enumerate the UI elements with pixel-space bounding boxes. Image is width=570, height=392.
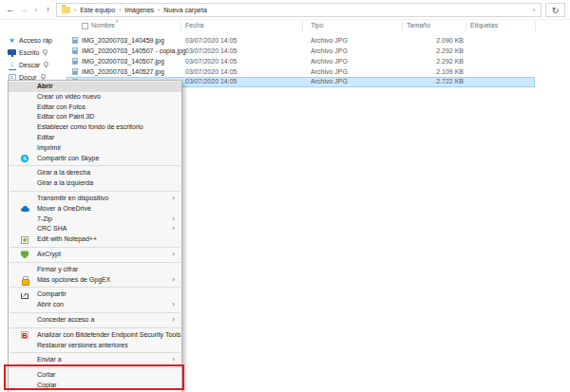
context-menu-separator: ›: [10, 367, 180, 368]
file-row[interactable]: IMG_20200703_140459.jpg 03/07/2020 14:05…: [66, 35, 535, 46]
address-dropdown-chevron-icon[interactable]: ∨: [532, 7, 536, 12]
refresh-button[interactable]: ↻: [545, 3, 565, 17]
star-icon: [8, 36, 16, 45]
context-menu-separator: ›: [10, 327, 180, 328]
breadcrumb-item[interactable]: › Nueva carpeta: [158, 7, 207, 13]
column-divider[interactable]: [402, 22, 403, 31]
sidebar-item[interactable]: Escrito: [0, 47, 66, 59]
breadcrumb: › Este equipo › Imágenes › Nueva carpeta: [74, 7, 207, 13]
address-bar[interactable]: › Este equipo › Imágenes › Nueva carpeta…: [56, 3, 542, 17]
back-button[interactable]: ←: [4, 3, 16, 17]
breadcrumb-item[interactable]: › Imágenes: [119, 7, 154, 13]
notepadpp-icon: [21, 236, 28, 244]
context-menu-item[interactable]: Copiar ›: [9, 381, 181, 391]
submenu-arrow-icon: ›: [172, 194, 175, 204]
context-menu-item[interactable]: Edit with Notepad++ ›: [9, 234, 181, 245]
context-menu-separator: ›: [10, 165, 180, 166]
sidebar-item[interactable]: Descar: [0, 59, 66, 71]
context-menu-separator: ›: [10, 287, 180, 288]
file-row[interactable]: IMG_20200703_140507 - copia.jpg 03/07/20…: [66, 46, 535, 56]
column-header-tamano[interactable]: Tamaño: [407, 22, 430, 28]
pin-icon: [42, 49, 48, 56]
forward-button[interactable]: →: [18, 3, 30, 17]
context-menu-separator: ›: [10, 312, 180, 313]
image-file-icon: [72, 37, 78, 44]
file-row[interactable]: IMG_20200703_140527.jpg 03/07/2020 14:05…: [66, 66, 535, 77]
context-menu-item[interactable]: Firmar y cifrar ›: [9, 265, 181, 275]
context-menu-item[interactable]: Editar ›: [9, 133, 181, 143]
sort-ascending-icon: ∧: [115, 18, 119, 24]
context-menu-item[interactable]: Más opciones de GpgEX ›: [9, 275, 181, 286]
up-button[interactable]: ↑: [42, 3, 54, 17]
pin-icon: [43, 62, 48, 68]
submenu-arrow-icon: ›: [172, 224, 175, 234]
breadcrumb-separator-icon: ›: [119, 7, 121, 13]
context-menu-item[interactable]: Abrir con ›: [9, 300, 181, 310]
context-menu-item[interactable]: Cortar ›: [9, 370, 181, 381]
gpgex-lock-icon: [21, 276, 28, 284]
context-menu-item[interactable]: Transmitir en dispositivo ›: [9, 194, 181, 204]
context-menu-item[interactable]: Abrir ›: [9, 82, 181, 92]
navigation-toolbar: ← → ∨ ↑ › Este equipo › Imágenes › Nueva…: [0, 0, 570, 20]
file-row[interactable]: IMG_20200703_140507.jpg 03/07/2020 14:05…: [66, 56, 535, 66]
downloads-icon: [8, 61, 16, 69]
bitdefender-icon: [21, 331, 28, 339]
context-menu-item[interactable]: Conceder acceso a ›: [9, 315, 181, 326]
sidebar-item[interactable]: Acceso ráp: [0, 34, 66, 47]
column-header-fecha[interactable]: Fecha: [185, 22, 203, 28]
context-menu-item[interactable]: Girar a la derecha ›: [9, 168, 181, 178]
context-menu-item[interactable]: Crear un video nuevo ›: [9, 92, 181, 103]
axcrypt-icon: [21, 251, 28, 258]
submenu-arrow-icon: ›: [172, 250, 175, 260]
column-header-row: Nombre ∧ Fecha Tipo Tamaño Etiquetas: [66, 20, 542, 33]
onedrive-icon: [21, 205, 28, 213]
context-menu-separator: ›: [10, 191, 180, 192]
context-menu-item[interactable]: Imprimir ›: [9, 143, 181, 154]
context-menu-item[interactable]: Restaurar versiones anteriores ›: [9, 341, 181, 351]
context-menu-item[interactable]: Girar a la izquierda ›: [9, 178, 181, 189]
column-header-nombre[interactable]: Nombre: [91, 22, 115, 28]
context-menu-item[interactable]: AxCrypt ›: [9, 250, 181, 260]
context-menu-item[interactable]: Establecer como fondo de escritorio ›: [9, 122, 181, 133]
navigation-sidebar: Acceso ráp Escrito Descar Docur: [0, 20, 66, 84]
image-file-icon: [72, 58, 78, 65]
explorer-window: ← → ∨ ↑ › Este equipo › Imágenes › Nueva…: [0, 0, 570, 392]
image-file-icon: [72, 68, 78, 75]
select-all-checkbox[interactable]: [82, 23, 88, 29]
context-menu-item[interactable]: 7-Zip ›: [9, 215, 181, 225]
context-menu-item[interactable]: Editar con Paint 3D ›: [9, 112, 181, 122]
skype-icon: [21, 155, 28, 162]
column-header-etiquetas[interactable]: Etiquetas: [470, 22, 498, 28]
column-divider[interactable]: [535, 22, 536, 31]
image-file-icon: [72, 47, 78, 54]
breadcrumb-item[interactable]: › Este equipo: [74, 7, 115, 13]
context-menu-item[interactable]: Compartir ›: [9, 289, 181, 300]
column-header-tipo[interactable]: Tipo: [311, 22, 323, 28]
context-menu-item[interactable]: Compartir con Skype ›: [9, 154, 181, 164]
context-menu-separator: ›: [10, 247, 180, 248]
context-menu-separator: ›: [10, 262, 180, 263]
context-menu-item[interactable]: CRC SHA ›: [9, 224, 181, 234]
refresh-icon: ↻: [552, 6, 560, 15]
desktop-icon: [8, 48, 16, 57]
submenu-arrow-icon: ›: [172, 275, 175, 286]
submenu-arrow-icon: ›: [172, 355, 175, 365]
folder-icon: [62, 7, 70, 13]
context-menu-separator: ›: [10, 352, 180, 353]
breadcrumb-separator-icon: ›: [74, 7, 76, 13]
context-menu: Abrir › Crear un video nuevo › Editar co…: [8, 80, 182, 392]
context-menu-item[interactable]: Analizar con Bitdefender Endpoint Securi…: [9, 330, 181, 341]
context-menu-item[interactable]: Mover a OneDrive ›: [9, 204, 181, 215]
breadcrumb-separator-icon: ›: [158, 7, 160, 13]
column-divider[interactable]: [302, 22, 303, 31]
column-divider[interactable]: [180, 22, 181, 31]
column-divider[interactable]: [466, 22, 466, 31]
submenu-arrow-icon: ›: [172, 215, 175, 225]
submenu-arrow-icon: ›: [172, 315, 175, 326]
context-menu-item[interactable]: Enviar a ›: [9, 355, 181, 365]
share-icon: [21, 291, 28, 299]
submenu-arrow-icon: ›: [172, 300, 175, 310]
recent-locations-chevron-icon[interactable]: ∨: [32, 7, 40, 12]
context-menu-item[interactable]: Editar con Fotos ›: [9, 103, 181, 113]
